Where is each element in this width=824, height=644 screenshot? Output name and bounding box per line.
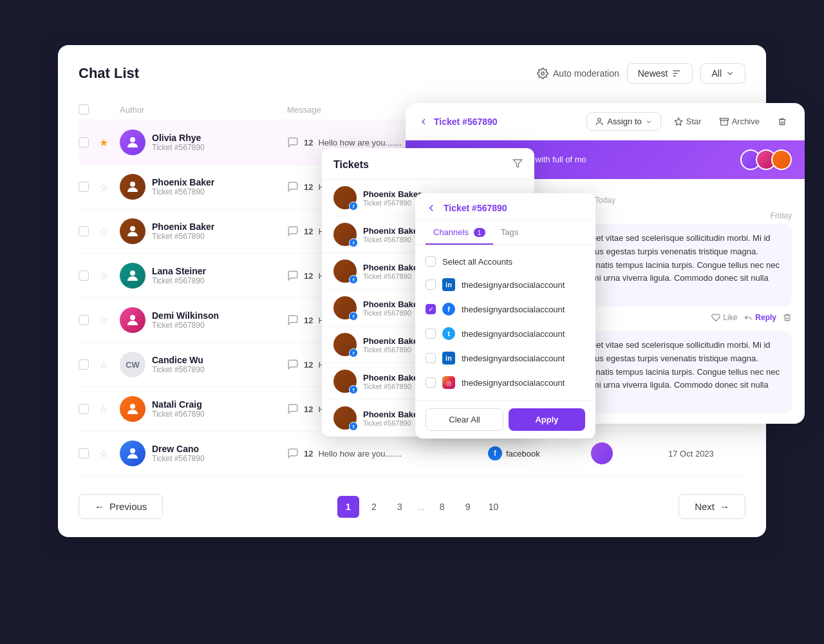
channel-filter-panel: Ticket #567890 Channels 1 Tags Select al… [415, 193, 595, 439]
delete-button[interactable] [772, 114, 792, 129]
channel-checkbox-ln1[interactable] [426, 279, 436, 290]
avatar [120, 396, 145, 422]
page-number-9[interactable]: 9 [457, 496, 479, 518]
star-icon[interactable]: ☆ [99, 226, 108, 237]
star-icon[interactable]: ☆ [99, 270, 108, 281]
page-number-10[interactable]: 10 [483, 496, 505, 518]
sort-button[interactable]: Newest [627, 63, 693, 84]
banner-avatar-3 [771, 149, 792, 170]
author-name: Drew Cano [152, 444, 205, 454]
channel-name: facebook [506, 449, 540, 459]
tickets-filter-button[interactable] [512, 158, 523, 171]
linkedin-icon: in [442, 352, 455, 365]
channel-label-ig1: thedesignyardsocialaccount [462, 378, 565, 388]
avatar [120, 263, 145, 289]
channel-tabs: Channels 1 Tags [415, 221, 595, 245]
svg-point-6 [130, 226, 135, 231]
assign-cell [591, 442, 668, 464]
star-icon[interactable]: ☆ [99, 448, 108, 459]
trash-icon [778, 117, 787, 126]
select-all-option[interactable]: Select all Accounts [415, 251, 595, 272]
prev-arrow: ← [95, 501, 104, 512]
author-cell: Olivia Rhye Ticket #567890 [120, 129, 287, 155]
channel-option-instagram-1[interactable]: ◎ thedesignyardsocialaccount [415, 370, 595, 395]
svg-marker-11 [513, 160, 521, 167]
apply-button[interactable]: Apply [509, 408, 585, 431]
detail-header: Ticket #567890 Assign to Star Archive [406, 103, 805, 140]
msg-count: 12 [304, 182, 313, 192]
chat-icon [287, 448, 299, 459]
row-checkbox[interactable] [79, 315, 89, 325]
row-checkbox[interactable] [79, 226, 89, 236]
clear-all-button[interactable]: Clear All [426, 408, 503, 431]
select-all-checkbox[interactable] [426, 256, 436, 267]
author-name: Olivia Rhye [152, 133, 205, 143]
assign-to-button[interactable]: Assign to [586, 112, 660, 131]
facebook-badge-icon: f [349, 238, 358, 247]
trash-icon [783, 313, 792, 322]
select-all-checkbox[interactable] [79, 104, 99, 115]
filter-button[interactable]: All [700, 63, 745, 84]
channel-checkbox-ig1[interactable] [426, 377, 436, 388]
assign-avatar [591, 442, 613, 464]
channel-checkbox-tw1[interactable] [426, 328, 436, 339]
reply-msg-button[interactable]: Reply [744, 313, 776, 322]
delete-msg-button[interactable] [783, 313, 792, 322]
auto-moderation-button[interactable]: Auto moderation [537, 68, 619, 79]
ticket-detail-link[interactable]: Ticket #567890 [444, 203, 507, 213]
page-number-2[interactable]: 2 [363, 496, 385, 518]
previous-button[interactable]: ← Previous [79, 494, 163, 519]
chevron-down-icon [645, 118, 653, 126]
row-checkbox[interactable] [79, 359, 89, 370]
svg-point-5 [130, 182, 135, 187]
avatar [120, 218, 145, 244]
channel-label-fb1: thedesignyardsocialaccount [462, 305, 565, 314]
channel-checkbox-ln2[interactable] [426, 353, 436, 363]
star-icon[interactable]: ☆ [99, 404, 108, 415]
table-row[interactable]: ☆ Drew Cano Ticket #567890 12 Hello how … [79, 431, 745, 476]
star-button[interactable]: Star [669, 113, 707, 129]
ticket-avatar-wrapper: f [333, 186, 357, 209]
channel-checkbox-fb1[interactable]: ✓ [426, 304, 436, 314]
star-icon[interactable]: ☆ [99, 182, 108, 193]
channel-option-facebook-1[interactable]: ✓ f thedesignyardsocialaccount [415, 297, 595, 321]
back-icon[interactable] [418, 117, 429, 127]
author-cell: Drew Cano Ticket #567890 [120, 440, 287, 466]
svg-point-12 [598, 118, 601, 121]
channel-cell: f facebook [488, 446, 591, 460]
page-number-1[interactable]: 1 [337, 496, 359, 518]
page-dots: ... [415, 502, 427, 512]
tab-tags[interactable]: Tags [493, 221, 526, 245]
page-number-8[interactable]: 8 [431, 496, 453, 518]
star-icon[interactable]: ★ [99, 137, 108, 148]
channel-option-twitter-1[interactable]: t thedesignyardsocialaccount [415, 321, 595, 346]
star-icon[interactable]: ☆ [99, 359, 108, 370]
row-checkbox[interactable] [79, 182, 89, 192]
star-icon[interactable]: ☆ [99, 315, 108, 326]
archive-button[interactable]: Archive [715, 113, 765, 129]
channel-option-linkedin-1[interactable]: in thedesignyardsocialaccount [415, 272, 595, 297]
archive-icon [720, 117, 729, 126]
ticket-number: Ticket #567890 [152, 365, 205, 374]
star-icon [674, 117, 683, 126]
pagination: ← Previous 1 2 3 ... 8 9 10 Next → [79, 494, 745, 519]
like-button[interactable]: Like [711, 313, 737, 322]
channel-option-linkedin-2[interactable]: in thedesignyardsocialaccount [415, 346, 595, 370]
row-checkbox[interactable] [79, 270, 89, 281]
sort-icon [671, 68, 682, 79]
next-button[interactable]: Next → [679, 494, 745, 519]
channels-badge: 1 [474, 228, 485, 237]
back-arrow-icon[interactable] [426, 202, 437, 214]
row-checkbox[interactable] [79, 404, 89, 414]
row-checkbox[interactable] [79, 448, 89, 459]
ticket-number: Ticket #567890 [152, 454, 205, 463]
ticket-number: Ticket #567890 [152, 143, 205, 152]
channel-label-ln2: thedesignyardsocialaccount [462, 354, 565, 363]
page-number-3[interactable]: 3 [389, 496, 411, 518]
row-checkbox[interactable] [79, 137, 89, 147]
chat-icon [287, 359, 299, 370]
tab-channels[interactable]: Channels 1 [426, 221, 493, 245]
author-name: Phoenix Baker [152, 222, 214, 232]
facebook-badge-icon: f [349, 348, 358, 357]
gear-icon [537, 68, 548, 79]
